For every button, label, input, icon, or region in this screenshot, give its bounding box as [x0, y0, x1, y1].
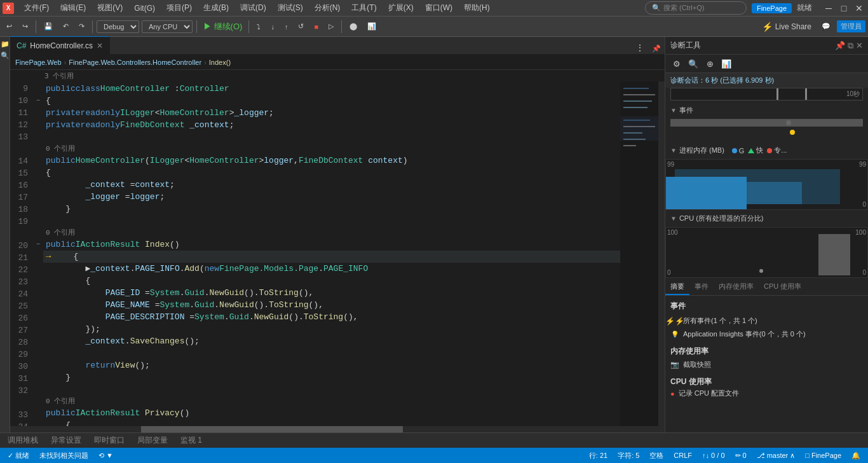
bottom-tab-watch[interactable]: 监视 1: [178, 434, 205, 447]
restore-button[interactable]: □: [837, 2, 850, 15]
status-select[interactable]: 空格: [647, 451, 666, 460]
toolbar-breakpoints[interactable]: ⬤: [346, 21, 361, 32]
code-line[interactable]: [43, 215, 620, 227]
code-line[interactable]: PAGE_ID = System.Guid.NewGuid().ToString…: [43, 287, 620, 299]
status-notifications[interactable]: 🔔: [849, 451, 863, 460]
code-line[interactable]: {: [43, 419, 620, 426]
ai-events-item[interactable]: 💡 Application Insights 事件(0 个，共 0 个): [670, 328, 863, 341]
all-events-item[interactable]: ⚡⚡ 所有事件(1 个，共 1 个): [670, 314, 863, 328]
activity-explore[interactable]: 📁: [1, 39, 10, 48]
breadcrumb-web[interactable]: FinePage.Web: [15, 59, 62, 66]
snapshot-button[interactable]: 📷 截取快照: [665, 358, 868, 371]
code-line[interactable]: return View();: [43, 359, 620, 371]
breadcrumb-controller[interactable]: FinePage.Web.Controllers.HomeController: [69, 59, 201, 66]
panel-chart-icon[interactable]: 📊: [720, 57, 733, 70]
collapse-button[interactable]: −: [33, 95, 43, 107]
toolbar-forward[interactable]: ↪: [18, 21, 32, 32]
code-line[interactable]: PAGE_DESCRIPTION = System.Guid.NewGuid()…: [43, 311, 620, 323]
menu-analyze[interactable]: 分析(N): [309, 1, 346, 15]
code-line[interactable]: public IActionResult Index(): [43, 238, 620, 251]
status-crlf[interactable]: CRLF: [671, 451, 695, 460]
panel-close-icon[interactable]: ✕: [856, 41, 863, 51]
code-line[interactable]: _context.SaveChanges();: [43, 335, 620, 347]
code-line[interactable]: ▶ _context.PAGE_INFO.Add(new FinePage.Mo…: [43, 263, 620, 275]
close-button[interactable]: ✕: [853, 2, 865, 15]
live-share-button[interactable]: ⚡ Live Share: [758, 20, 815, 33]
timeline[interactable]: 10秒: [670, 88, 863, 100]
pin-tab-button[interactable]: 📌: [648, 43, 665, 54]
code-line[interactable]: public class HomeController : Controller: [43, 83, 620, 95]
bottom-tab-callstack[interactable]: 调用堆栈: [5, 434, 41, 447]
code-line[interactable]: PAGE_NAME = System.Guid.NewGuid().ToStri…: [43, 299, 620, 311]
tab-close-button[interactable]: ✕: [97, 41, 103, 50]
toolbar-back[interactable]: ↩: [3, 21, 16, 32]
code-line[interactable]: [43, 384, 620, 396]
bottom-tab-immediate[interactable]: 即时窗口: [92, 434, 127, 447]
code-line[interactable]: private readonly FineDbContext _context;: [43, 119, 620, 131]
panel-search-icon[interactable]: 🔍: [687, 57, 700, 70]
code-line[interactable]: public IActionResult Privacy(): [43, 407, 620, 419]
toolbar-restart[interactable]: ↺: [294, 21, 308, 32]
menu-tools[interactable]: 工具(T): [346, 1, 381, 15]
menu-view[interactable]: 视图(V): [92, 1, 128, 15]
manage-button[interactable]: 管理員: [837, 20, 865, 32]
status-git[interactable]: ⎇ master ∧: [754, 451, 798, 460]
code-line[interactable]: [43, 131, 620, 143]
tab-events[interactable]: 事件: [689, 279, 714, 295]
editor-scrollbar[interactable]: [658, 81, 665, 426]
code-lines[interactable]: public class HomeController : Controller…: [43, 81, 620, 426]
panel-zoom-icon[interactable]: ⊕: [703, 57, 716, 70]
toolbar-diagnostics[interactable]: 📊: [363, 21, 380, 32]
tab-list-button[interactable]: ⋮: [632, 41, 648, 54]
menu-test[interactable]: 测试(S): [273, 1, 308, 15]
tab-memory-usage[interactable]: 内存使用率: [714, 279, 759, 295]
tab-cpu-usage[interactable]: CPU 使用率: [759, 279, 806, 295]
toolbar-undo[interactable]: ↶: [59, 21, 72, 32]
panel-float-button[interactable]: ⧉: [848, 41, 853, 51]
code-line[interactable]: [43, 347, 620, 359]
status-no-issues[interactable]: 未找到相关问题: [37, 451, 91, 460]
code-line[interactable]: }: [43, 371, 620, 384]
menu-help[interactable]: 帮助(H): [459, 1, 495, 15]
status-filter[interactable]: ⟲ ▼: [96, 452, 116, 460]
status-errors[interactable]: ↑↓ 0 / 0: [700, 451, 727, 460]
status-warnings[interactable]: ✏ 0: [733, 451, 749, 460]
code-line[interactable]: {: [43, 167, 620, 179]
code-line[interactable]: });: [43, 323, 620, 335]
events-section-header[interactable]: ▼ 事件: [665, 103, 868, 118]
toolbar-step-into[interactable]: ↓: [267, 22, 278, 32]
menu-window[interactable]: 窗口(W): [420, 1, 458, 15]
toolbar-redo[interactable]: ↷: [75, 21, 88, 32]
panel-settings-icon[interactable]: ⚙: [670, 57, 683, 70]
code-line[interactable]: {: [43, 275, 620, 287]
menu-build[interactable]: 生成(B): [198, 1, 234, 15]
code-line[interactable]: {: [43, 95, 620, 107]
tab-home-controller[interactable]: C# HomeController.cs ✕: [10, 36, 110, 54]
status-finepage[interactable]: □ FinePage: [803, 451, 844, 460]
menu-file[interactable]: 文件(F): [19, 1, 54, 15]
toolbar-stop[interactable]: ■: [310, 22, 322, 32]
toolbar-run-to-cursor[interactable]: ▷: [325, 21, 337, 32]
collapse-button[interactable]: −: [33, 238, 43, 251]
login-button[interactable]: 就绪: [797, 3, 812, 13]
toolbar-step-over[interactable]: ⤵: [253, 22, 264, 32]
menu-git[interactable]: Git(G): [129, 3, 160, 14]
code-line[interactable]: public HomeController(ILogger<HomeContro…: [43, 155, 620, 167]
breadcrumb-method[interactable]: Index(): [209, 59, 231, 66]
memory-section-header[interactable]: ▼ 进程内存 (MB) G 快 专...: [665, 143, 868, 158]
menu-debug[interactable]: 调试(D): [235, 1, 271, 15]
cpu-select[interactable]: Any CPU: [142, 20, 193, 33]
toolbar-save[interactable]: 💾: [40, 21, 57, 32]
code-line[interactable]: }: [43, 203, 620, 215]
status-line[interactable]: 行: 21: [587, 451, 610, 460]
minimize-button[interactable]: ─: [822, 2, 835, 15]
activity-search[interactable]: 🔍: [1, 51, 10, 60]
status-ok[interactable]: ✓ 就绪: [5, 451, 32, 460]
menu-extensions[interactable]: 扩展(X): [383, 1, 419, 15]
continue-button[interactable]: ▶ 继续(O): [201, 21, 245, 32]
horizontal-scrollbar[interactable]: [10, 426, 665, 432]
tab-summary[interactable]: 摘要: [665, 279, 689, 295]
search-box[interactable]: 🔍 搜索 (Ctrl+Q): [645, 1, 747, 15]
code-line[interactable]: _logger = logger;: [43, 191, 620, 203]
record-cpu-button[interactable]: ● 记录 CPU 配置文件: [670, 389, 863, 398]
